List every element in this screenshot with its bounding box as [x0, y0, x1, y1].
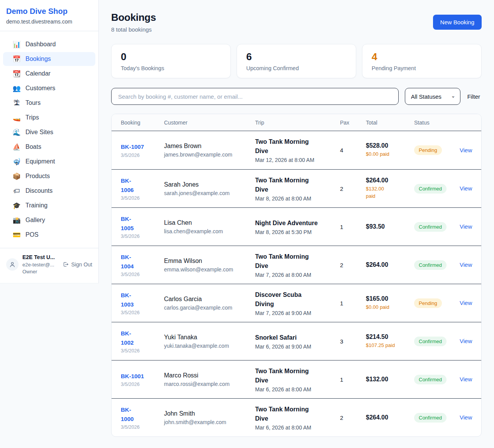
sidebar-item-calendar[interactable]: 📆 Calendar — [3, 67, 95, 81]
booking-id-link[interactable]: BK- 1000 — [121, 405, 164, 423]
sidebar-item-equipment[interactable]: 🤿 Equipment — [3, 155, 95, 168]
view-link[interactable]: View — [460, 338, 472, 344]
sidebar-item-pos[interactable]: 💳 POS — [3, 228, 95, 242]
total-cell: $93.50 — [366, 223, 414, 230]
total-amount: $528.00 — [366, 142, 414, 149]
sidebar-item-dive-sites[interactable]: 🌊 Dive Sites — [3, 125, 95, 139]
stat-value: 6 — [246, 51, 347, 63]
sidebar-item-label: Dashboard — [25, 41, 56, 48]
sidebar-item-label: Bookings — [25, 56, 51, 62]
view-link[interactable]: View — [460, 261, 472, 268]
sidebar-item-label: Customers — [25, 85, 55, 92]
stat-value: 0 — [121, 51, 221, 63]
sidebar-item-label: Equipment — [25, 158, 55, 165]
view-link[interactable]: View — [460, 376, 472, 382]
bookings-icon: 📅 — [12, 56, 21, 62]
bookings-table: BookingCustomerTripPaxTotalStatus BK-100… — [111, 114, 482, 437]
status-cell: Confirmed — [414, 337, 460, 346]
status-filter-select[interactable]: All Statuses — [405, 88, 460, 105]
booking-date: 3/5/2026 — [121, 424, 164, 430]
total-amount: $264.00 — [366, 414, 414, 421]
sign-out-button[interactable]: Sign Out — [63, 261, 92, 268]
view-link[interactable]: View — [460, 185, 472, 192]
status-badge: Confirmed — [414, 222, 447, 232]
sidebar-item-dashboard[interactable]: 📊 Dashboard — [3, 37, 95, 51]
page-header: Bookings 8 total bookings New Booking — [111, 12, 482, 33]
view-link[interactable]: View — [460, 147, 472, 153]
table-row: BK- 1006 3/5/2026 Sarah Jones sarah.jone… — [112, 169, 481, 207]
new-booking-button[interactable]: New Booking — [433, 15, 482, 30]
sidebar-footer: E2E Test U... e2e-tester@... Owner Sign … — [0, 248, 98, 283]
customer-name: Sarah Jones — [164, 181, 255, 188]
booking-cell: BK- 1002 3/5/2026 — [121, 329, 164, 354]
view-link[interactable]: View — [460, 223, 472, 230]
products-icon: 📦 — [12, 173, 21, 180]
controls-row: All Statuses ⌄ Filter — [111, 88, 482, 105]
table-row: BK- 1002 3/5/2026 Yuki Tanaka yuki.tanak… — [112, 322, 481, 360]
booking-id-link[interactable]: BK- 1003 — [121, 291, 164, 309]
trip-name: Snorkel Safari — [255, 333, 340, 342]
booking-date: 3/5/2026 — [121, 382, 164, 387]
pax-cell: 1 — [340, 376, 366, 383]
sidebar-item-trips[interactable]: 🚤 Trips — [3, 111, 95, 125]
customer-name: James Brown — [164, 143, 255, 150]
gallery-icon: 📸 — [12, 217, 21, 224]
table-body: BK-1007 3/5/2026 James Brown james.brown… — [112, 131, 481, 436]
stats-row: 0 Today's Bookings 6 Upcoming Confirmed … — [111, 44, 482, 78]
sidebar-item-training[interactable]: 🎓 Training — [3, 199, 95, 212]
training-icon: 🎓 — [12, 202, 21, 209]
view-link[interactable]: View — [460, 414, 472, 421]
trip-datetime: Mar 8, 2026 at 5:30 PM — [255, 229, 340, 235]
table-row: BK-1001 3/5/2026 Marco Rossi marco.rossi… — [112, 360, 481, 398]
booking-id-link[interactable]: BK- 1006 — [121, 176, 164, 194]
table-row: BK- 1004 3/5/2026 Emma Wilson emma.wilso… — [112, 246, 481, 284]
booking-cell: BK-1001 3/5/2026 — [121, 372, 164, 387]
booking-id-link[interactable]: BK- 1002 — [121, 329, 164, 347]
tours-icon: 🏝 — [12, 100, 21, 106]
total-cell: $264.00 — [366, 414, 414, 421]
search-input[interactable] — [111, 88, 399, 105]
sidebar-item-discounts[interactable]: 🏷 Discounts — [3, 184, 95, 198]
sidebar-item-label: Gallery — [25, 217, 45, 224]
sidebar-item-gallery[interactable]: 📸 Gallery — [3, 213, 95, 227]
sidebar-item-products[interactable]: 📦 Products — [3, 169, 95, 183]
status-badge: Pending — [414, 145, 442, 155]
status-cell: Confirmed — [414, 222, 460, 232]
trip-cell: Snorkel Safari Mar 6, 2026 at 9:00 AM — [255, 333, 340, 350]
customer-cell: Yuki Tanaka yuki.tanaka@example.com — [164, 334, 255, 349]
trip-cell: Two Tank Morning Dive Mar 12, 2026 at 8:… — [255, 137, 340, 163]
booking-date: 3/5/2026 — [121, 310, 164, 315]
stat-value: 4 — [372, 51, 472, 63]
sidebar-item-bookings[interactable]: 📅 Bookings — [3, 52, 95, 66]
sidebar-item-tours[interactable]: 🏝 Tours — [3, 96, 95, 110]
column-header-total: Total — [366, 120, 414, 126]
sidebar-item-customers[interactable]: 👥 Customers — [3, 81, 95, 95]
customer-name: Yuki Tanaka — [164, 334, 255, 341]
sidebar-item-label: Boats — [25, 143, 41, 150]
view-cell: View — [460, 338, 472, 345]
booking-id-link[interactable]: BK- 1004 — [121, 253, 164, 271]
total-cell: $214.50 $107.25 paid — [366, 333, 414, 349]
trip-datetime: Mar 7, 2026 at 8:00 AM — [255, 272, 340, 278]
column-header-booking: Booking — [121, 120, 164, 126]
customer-cell: James Brown james.brown@example.com — [164, 143, 255, 158]
calendar-icon: 📆 — [12, 71, 21, 77]
pax-cell: 4 — [340, 147, 366, 153]
booking-id-link[interactable]: BK- 1005 — [121, 214, 164, 232]
trip-name: Two Tank Morning Dive — [255, 252, 340, 271]
view-cell: View — [460, 261, 472, 268]
booking-id-link[interactable]: BK-1001 — [121, 372, 164, 381]
status-cell: Pending — [414, 298, 460, 308]
trip-datetime: Mar 12, 2026 at 8:00 AM — [255, 157, 340, 163]
view-cell: View — [460, 147, 472, 154]
filter-label: Filter — [467, 93, 480, 100]
booking-id-link[interactable]: BK-1007 — [121, 142, 164, 151]
sidebar-item-label: Dive Sites — [25, 129, 53, 136]
trip-cell: Two Tank Morning Dive Mar 7, 2026 at 8:0… — [255, 252, 340, 278]
total-cell: $528.00 $0.00 paid — [366, 142, 414, 158]
sign-out-label: Sign Out — [71, 261, 92, 268]
view-link[interactable]: View — [460, 300, 472, 306]
customer-name: Lisa Chen — [164, 219, 255, 226]
sidebar-item-boats[interactable]: ⛵ Boats — [3, 140, 95, 154]
status-badge: Confirmed — [414, 184, 447, 194]
